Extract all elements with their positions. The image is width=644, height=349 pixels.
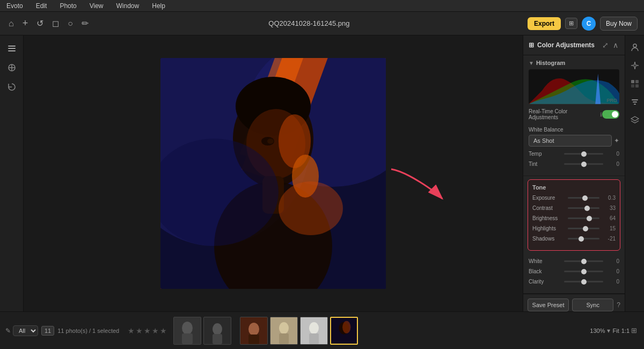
svg-rect-37 [213, 334, 222, 344]
tone-title: Tone [532, 184, 616, 191]
wb-section: White Balance As Shot Auto Daylight Clou… [529, 127, 619, 147]
export-button[interactable]: Export [528, 17, 561, 30]
svg-rect-27 [631, 84, 634, 88]
shadows-label: Shadows [532, 236, 565, 242]
clarity-value: 0 [606, 279, 619, 285]
bottom-right-icons: ⊞ [630, 325, 639, 336]
exposure-thumb[interactable] [582, 195, 588, 201]
sidebar-history-icon[interactable] [3, 78, 20, 96]
filter-select[interactable]: All [13, 325, 38, 336]
temp-slider[interactable] [564, 151, 603, 157]
wb-eyedropper[interactable]: ✦ [614, 137, 619, 144]
add-button[interactable]: + [20, 16, 31, 31]
brush-tool[interactable]: ○ [65, 17, 75, 31]
svg-point-16 [267, 139, 274, 144]
thumb-item-3[interactable] [240, 317, 268, 345]
wb-select[interactable]: As Shot Auto Daylight Cloudy [529, 135, 612, 147]
svg-rect-28 [635, 84, 639, 88]
svg-rect-43 [279, 333, 289, 344]
thumb-item-2[interactable] [203, 317, 231, 345]
clarity-slider[interactable] [564, 279, 603, 285]
brightness-thumb[interactable] [587, 216, 592, 221]
tint-value: 0 [606, 161, 619, 167]
tint-slider[interactable] [564, 162, 603, 167]
highlights-thumb[interactable] [583, 226, 588, 231]
menu-help[interactable]: Help [150, 1, 167, 11]
exposure-label: Exposure [532, 195, 565, 201]
contrast-slider[interactable] [568, 206, 599, 211]
shadows-slider[interactable] [568, 236, 599, 242]
fit-label[interactable]: Fit [612, 328, 619, 334]
tint-thumb[interactable] [581, 162, 587, 167]
star-1[interactable]: ★ [128, 326, 135, 335]
panel-expand-btn[interactable]: ⤢ [601, 40, 610, 50]
menu-window[interactable]: Window [114, 1, 142, 11]
sidebar-enhance-icon[interactable] [3, 59, 20, 76]
panel-collapse-btn[interactable]: ∧ [612, 40, 619, 50]
black-thumb[interactable] [581, 269, 587, 274]
contrast-thumb[interactable] [584, 206, 590, 211]
brightness-slider[interactable] [568, 216, 599, 221]
thumb-item-1[interactable] [173, 317, 201, 345]
far-right-color-icon[interactable] [627, 76, 642, 91]
home-icon[interactable]: ⌂ [6, 17, 16, 31]
star-3[interactable]: ★ [144, 326, 151, 335]
histogram-pro-label: PRO [606, 98, 617, 103]
star-4[interactable]: ★ [152, 326, 159, 335]
realtime-label: Real-Time Color Adjustments ℹ [529, 108, 602, 120]
panel-title: ⊞ Color Adjustments [529, 41, 595, 49]
buy-now-button[interactable]: Buy Now [600, 17, 638, 31]
menu-edit[interactable]: Edit [34, 1, 49, 11]
svg-rect-40 [248, 335, 259, 344]
exposure-slider[interactable] [568, 195, 599, 201]
bottom-actions: Save Preset Sync ? [523, 294, 625, 311]
far-right-layers-icon[interactable] [627, 113, 642, 128]
arrow-annotation [386, 164, 450, 208]
white-slider[interactable] [564, 259, 603, 264]
svg-rect-26 [635, 80, 639, 83]
temp-value: 0 [606, 151, 619, 157]
far-right-filter-icon[interactable] [627, 94, 642, 110]
menu-view[interactable]: View [87, 1, 106, 11]
undo-button[interactable]: ↺ [34, 16, 46, 31]
highlights-slider[interactable] [568, 226, 599, 231]
white-thumb[interactable] [581, 259, 587, 264]
panel-header: ⊞ Color Adjustments ⤢ ∧ [523, 35, 625, 55]
temp-thumb[interactable] [581, 151, 587, 157]
ratio-label[interactable]: 1:1 [621, 328, 630, 334]
highlights-row: Highlights 15 [532, 226, 616, 231]
sync-btn[interactable]: Sync [572, 299, 613, 311]
pen-tool[interactable]: ✏ [79, 16, 91, 31]
zoom-level: 130% [590, 328, 605, 334]
zoom-menu-btn[interactable]: ▾ [607, 327, 610, 335]
contrast-value: 33 [603, 205, 616, 211]
sidebar-adjust-icon[interactable] [3, 40, 20, 57]
crop-tool[interactable]: ◻ [50, 16, 61, 31]
edit-icon[interactable]: ✎ [5, 327, 11, 335]
thumb-item-6[interactable] [330, 317, 358, 345]
histogram-chevron: ▼ [529, 60, 534, 66]
star-2[interactable]: ★ [136, 326, 143, 335]
menu-photo[interactable]: Photo [57, 1, 78, 11]
menu-evoto[interactable]: Evoto [4, 1, 25, 11]
realtime-toggle[interactable] [602, 110, 619, 119]
extra-sliders-section: White 0 Black 0 Cl [523, 254, 625, 294]
far-right-panel [625, 35, 644, 311]
black-slider[interactable] [564, 269, 603, 274]
grid-view-btn[interactable]: ⊞ [630, 325, 639, 336]
thumb-item-4[interactable] [270, 317, 298, 345]
far-right-person-icon[interactable] [627, 40, 642, 55]
clarity-thumb[interactable] [581, 279, 587, 285]
settings-icon-btn[interactable]: ⊞ [565, 18, 577, 29]
far-right-sparkle-icon[interactable] [627, 58, 642, 73]
thumb-item-5[interactable] [300, 317, 328, 345]
question-icon-btn[interactable]: ? [617, 299, 620, 311]
shadows-thumb[interactable] [579, 236, 584, 242]
histogram-header[interactable]: ▼ Histogram [529, 60, 619, 66]
white-value: 0 [606, 258, 619, 264]
svg-point-20 [279, 181, 343, 235]
save-preset-btn[interactable]: Save Preset [528, 299, 569, 311]
brightness-row: Brightness 64 [532, 215, 616, 221]
adjustments-icon: ⊞ [529, 41, 534, 49]
star-5[interactable]: ★ [160, 326, 167, 335]
